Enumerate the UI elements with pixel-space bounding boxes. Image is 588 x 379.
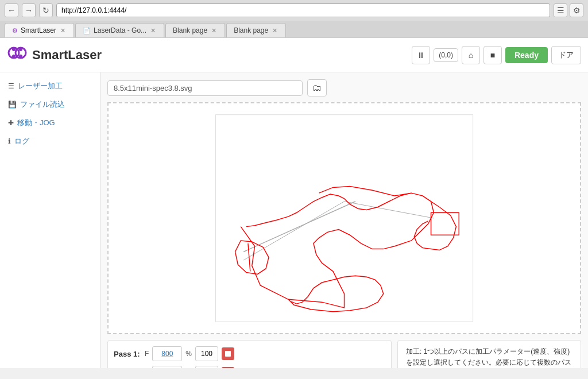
sidebar: ☰ レーザー加工 💾 ファイル読込 ✚ 移動・JOG ℹ ログ bbox=[0, 72, 100, 368]
sidebar-item-laser-label: レーザー加工 bbox=[18, 81, 63, 91]
tab-blank2[interactable]: Blank page ✕ bbox=[226, 23, 286, 37]
sidebar-item-file-label: ファイル読込 bbox=[20, 99, 65, 110]
tab-smartlaser-label: SmartLaser bbox=[21, 26, 56, 34]
app-logo: SmartLaser bbox=[7, 42, 102, 67]
file-open-button[interactable]: 🗂 bbox=[307, 79, 327, 96]
tab-smartlaser-close[interactable]: ✕ bbox=[59, 27, 67, 34]
tab-laserdata-icon: 📄 bbox=[83, 27, 91, 34]
canvas-container bbox=[107, 102, 581, 334]
plus-icon: ✚ bbox=[8, 119, 14, 127]
svg-point-3 bbox=[19, 55, 22, 58]
info-panel: 加工: 1つ以上のパスに加工パラメーター(速度、強度)を設定し選択してください。… bbox=[397, 340, 581, 368]
coord-display: (0,0) bbox=[434, 48, 458, 62]
tab-laserdata[interactable]: 📄 LaserData - Go... ✕ bbox=[75, 23, 164, 37]
reload-button[interactable]: ↻ bbox=[39, 3, 53, 17]
pass-section: Pass 1: F % Pass 2: F % bbox=[107, 340, 392, 368]
svg-rect-6 bbox=[215, 115, 473, 322]
tab-smartlaser[interactable]: ⚙ SmartLaser ✕ bbox=[5, 23, 74, 37]
main-panel: 🗂 bbox=[100, 72, 588, 368]
menu-button[interactable]: ⚙ bbox=[570, 3, 583, 17]
tab-blank2-label: Blank page bbox=[234, 26, 268, 34]
bookmark-button[interactable]: ☰ bbox=[554, 3, 567, 17]
door-button[interactable]: ドア bbox=[551, 46, 581, 64]
tab-blank1[interactable]: Blank page ✕ bbox=[165, 23, 225, 37]
home-button[interactable]: ⌂ bbox=[462, 46, 480, 64]
pass1-pct-label: % bbox=[185, 350, 192, 358]
browser-tabs: ⚙ SmartLaser ✕ 📄 LaserData - Go... ✕ Bla… bbox=[0, 21, 588, 37]
pause-button[interactable]: ⏸ bbox=[412, 46, 430, 64]
sidebar-item-laser[interactable]: ☰ レーザー加工 bbox=[0, 77, 100, 95]
header-controls: ⏸ (0,0) ⌂ ■ Ready ドア bbox=[412, 46, 581, 64]
pass1-label: Pass 1: bbox=[114, 350, 141, 358]
sidebar-item-log-label: ログ bbox=[14, 136, 29, 146]
pass1-stop-button[interactable] bbox=[222, 347, 234, 360]
sidebar-item-jog[interactable]: ✚ 移動・JOG bbox=[0, 114, 100, 132]
pass1-speed-input[interactable] bbox=[152, 346, 182, 361]
pass2-speed-input[interactable] bbox=[152, 366, 182, 368]
tab-smartlaser-icon: ⚙ bbox=[12, 27, 18, 34]
address-bar[interactable] bbox=[56, 3, 550, 17]
file-row: 🗂 bbox=[107, 79, 581, 96]
svg-preview bbox=[114, 109, 574, 327]
ready-button[interactable]: Ready bbox=[505, 47, 548, 63]
svg-point-5 bbox=[19, 48, 22, 51]
pass1-stop-icon bbox=[225, 351, 231, 357]
forward-button[interactable]: → bbox=[22, 3, 36, 17]
browser-nav: ← → ↻ ☰ ⚙ bbox=[0, 0, 588, 21]
app-title: SmartLaser bbox=[32, 48, 102, 63]
bottom-section: Pass 1: F % Pass 2: F % bbox=[107, 340, 581, 368]
svg-point-4 bbox=[12, 55, 16, 58]
sidebar-item-log[interactable]: ℹ ログ bbox=[0, 132, 100, 150]
folder-icon: 🗂 bbox=[312, 83, 322, 93]
tab-laserdata-label: LaserData - Go... bbox=[94, 26, 146, 34]
logo-icon bbox=[7, 42, 28, 67]
app-header: SmartLaser ⏸ (0,0) ⌂ ■ Ready ドア bbox=[0, 38, 588, 72]
canvas-inner bbox=[114, 109, 574, 327]
back-button[interactable]: ← bbox=[5, 3, 18, 17]
file-name-input[interactable] bbox=[107, 80, 303, 96]
sidebar-item-file[interactable]: 💾 ファイル読込 bbox=[0, 95, 100, 114]
tab-laserdata-close[interactable]: ✕ bbox=[149, 27, 157, 34]
pass-row-1: Pass 1: F % bbox=[114, 346, 385, 361]
list-icon: ☰ bbox=[8, 82, 14, 90]
pass2-power-input[interactable] bbox=[195, 366, 218, 368]
svg-point-2 bbox=[12, 48, 16, 51]
disk-icon: 💾 bbox=[8, 100, 17, 109]
pass1-f-label: F bbox=[145, 350, 149, 358]
tab-blank1-close[interactable]: ✕ bbox=[210, 27, 218, 34]
pass2-stop-button[interactable] bbox=[222, 367, 234, 368]
info-text: 加工: 1つ以上のパスに加工パラメーター(速度、強度)を設定し選択してください。… bbox=[406, 347, 571, 368]
pass1-power-input[interactable] bbox=[195, 346, 218, 361]
pass-row-2: Pass 2: F % bbox=[114, 366, 385, 368]
stop-button[interactable]: ■ bbox=[483, 46, 502, 64]
tab-blank1-label: Blank page bbox=[173, 26, 207, 34]
sidebar-item-jog-label: 移動・JOG bbox=[17, 118, 55, 128]
info-icon: ℹ bbox=[8, 137, 11, 145]
tab-blank2-close[interactable]: ✕ bbox=[271, 27, 278, 34]
